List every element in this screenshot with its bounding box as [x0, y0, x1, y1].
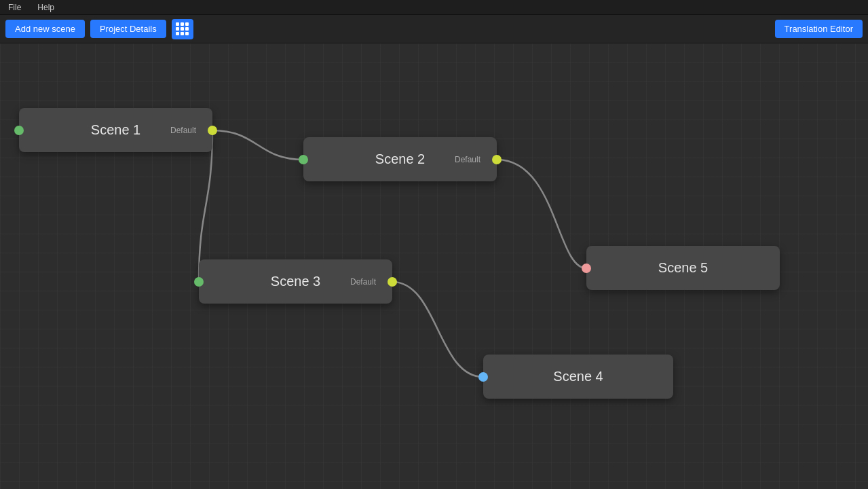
connection-scene3-scene4: [392, 282, 483, 377]
scene-node-scene4[interactable]: Scene 4: [483, 355, 673, 399]
scene-default-label-scene1: Default: [170, 126, 196, 135]
scene-node-scene3[interactable]: Scene 3Default: [199, 259, 392, 304]
dot-scene2-out[interactable]: [492, 155, 502, 164]
dot-scene5-in[interactable]: [582, 264, 591, 273]
scene-node-scene5[interactable]: Scene 5: [586, 246, 780, 290]
scene-default-label-scene2: Default: [455, 155, 480, 164]
toolbar: Add new scene Project Details Translatio…: [0, 15, 868, 43]
dot-scene3-out[interactable]: [388, 277, 397, 287]
grid-view-button[interactable]: [172, 19, 193, 39]
project-details-button[interactable]: Project Details: [90, 20, 166, 38]
dot-scene3-in[interactable]: [194, 277, 204, 287]
scene-default-label-scene3: Default: [350, 277, 376, 287]
add-new-scene-button[interactable]: Add new scene: [5, 20, 85, 38]
scene-label-scene4: Scene 4: [553, 369, 603, 384]
scene-node-scene1[interactable]: Scene 1Default: [19, 108, 212, 152]
scene-label-scene1: Scene 1: [91, 122, 140, 138]
scene-label-scene5: Scene 5: [658, 260, 708, 276]
grid-icon: [176, 22, 189, 35]
connection-scene2-scene5: [497, 160, 586, 268]
scene-label-scene3: Scene 3: [271, 274, 320, 289]
scene-label-scene2: Scene 2: [375, 151, 425, 167]
menubar: File Help: [0, 0, 868, 15]
connection-scene1-scene2: [212, 130, 303, 160]
menu-help[interactable]: Help: [35, 1, 57, 14]
scene-node-scene2[interactable]: Scene 2Default: [303, 137, 497, 181]
menu-file[interactable]: File: [5, 1, 24, 14]
dot-scene1-out[interactable]: [208, 126, 217, 135]
translation-editor-button[interactable]: Translation Editor: [775, 20, 863, 38]
dot-scene4-in[interactable]: [478, 372, 488, 382]
canvas[interactable]: Scene 1DefaultScene 2DefaultScene 3Defau…: [0, 43, 868, 489]
dot-scene1-in[interactable]: [14, 126, 24, 135]
dot-scene2-in[interactable]: [299, 155, 308, 164]
